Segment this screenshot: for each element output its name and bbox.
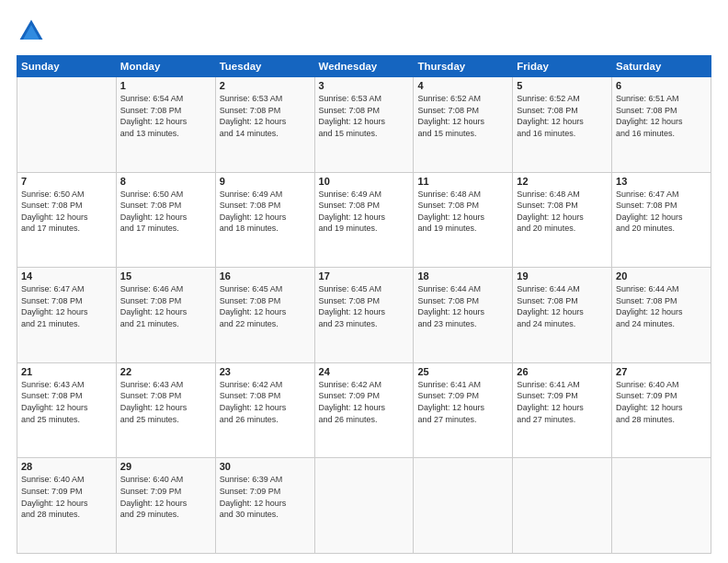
weekday-thursday: Thursday (414, 56, 513, 77)
week-row-0: 1Sunrise: 6:54 AM Sunset: 7:08 PM Daylig… (17, 77, 711, 173)
day-cell: 5Sunrise: 6:52 AM Sunset: 7:08 PM Daylig… (513, 77, 612, 173)
day-info: Sunrise: 6:41 AM Sunset: 7:09 PM Dayligh… (517, 380, 584, 424)
day-cell: 10Sunrise: 6:49 AM Sunset: 7:08 PM Dayli… (314, 172, 414, 268)
day-cell (612, 458, 711, 554)
day-cell: 15Sunrise: 6:46 AM Sunset: 7:08 PM Dayli… (116, 268, 215, 363)
day-info: Sunrise: 6:48 AM Sunset: 7:08 PM Dayligh… (517, 190, 584, 234)
week-row-3: 21Sunrise: 6:43 AM Sunset: 7:08 PM Dayli… (17, 362, 711, 458)
header (17, 17, 711, 46)
day-cell: 13Sunrise: 6:47 AM Sunset: 7:08 PM Dayli… (612, 172, 711, 268)
day-info: Sunrise: 6:43 AM Sunset: 7:08 PM Dayligh… (120, 380, 188, 424)
day-number: 12 (517, 176, 608, 187)
day-info: Sunrise: 6:41 AM Sunset: 7:09 PM Dayligh… (417, 380, 484, 424)
day-cell: 23Sunrise: 6:42 AM Sunset: 7:08 PM Dayli… (215, 362, 314, 458)
day-number: 7 (21, 176, 112, 187)
day-cell: 19Sunrise: 6:44 AM Sunset: 7:08 PM Dayli… (513, 268, 612, 363)
weekday-saturday: Saturday (612, 56, 711, 77)
day-info: Sunrise: 6:40 AM Sunset: 7:09 PM Dayligh… (616, 380, 683, 424)
day-cell: 20Sunrise: 6:44 AM Sunset: 7:08 PM Dayli… (612, 268, 711, 363)
day-info: Sunrise: 6:48 AM Sunset: 7:08 PM Dayligh… (417, 190, 484, 234)
day-info: Sunrise: 6:47 AM Sunset: 7:08 PM Dayligh… (21, 284, 88, 328)
day-cell: 18Sunrise: 6:44 AM Sunset: 7:08 PM Dayli… (414, 268, 513, 363)
day-info: Sunrise: 6:54 AM Sunset: 7:08 PM Dayligh… (120, 94, 188, 138)
day-number: 1 (120, 80, 211, 91)
calendar-table: SundayMondayTuesdayWednesdayThursdayFrid… (17, 55, 711, 554)
day-cell: 6Sunrise: 6:51 AM Sunset: 7:08 PM Daylig… (612, 77, 711, 173)
day-info: Sunrise: 6:39 AM Sunset: 7:09 PM Dayligh… (220, 475, 287, 519)
day-cell: 7Sunrise: 6:50 AM Sunset: 7:08 PM Daylig… (17, 172, 117, 268)
day-cell (314, 458, 414, 554)
day-number: 3 (319, 80, 410, 91)
day-number: 22 (120, 366, 211, 377)
day-number: 17 (319, 270, 410, 282)
day-cell: 30Sunrise: 6:39 AM Sunset: 7:09 PM Dayli… (215, 458, 314, 554)
day-cell: 29Sunrise: 6:40 AM Sunset: 7:09 PM Dayli… (116, 458, 215, 554)
week-row-1: 7Sunrise: 6:50 AM Sunset: 7:08 PM Daylig… (17, 172, 711, 268)
day-cell: 9Sunrise: 6:49 AM Sunset: 7:08 PM Daylig… (215, 172, 314, 268)
day-number: 2 (220, 80, 311, 91)
week-row-2: 14Sunrise: 6:47 AM Sunset: 7:08 PM Dayli… (17, 268, 711, 363)
day-number: 9 (220, 176, 311, 187)
day-cell: 3Sunrise: 6:53 AM Sunset: 7:08 PM Daylig… (314, 77, 414, 173)
day-cell: 14Sunrise: 6:47 AM Sunset: 7:08 PM Dayli… (17, 268, 117, 363)
day-number: 5 (517, 80, 608, 91)
day-info: Sunrise: 6:40 AM Sunset: 7:09 PM Dayligh… (120, 475, 188, 519)
day-info: Sunrise: 6:42 AM Sunset: 7:08 PM Dayligh… (220, 380, 287, 424)
day-number: 10 (319, 176, 410, 187)
day-cell (513, 458, 612, 554)
day-cell: 17Sunrise: 6:45 AM Sunset: 7:08 PM Dayli… (314, 268, 414, 363)
weekday-wednesday: Wednesday (314, 56, 414, 77)
weekday-friday: Friday (513, 56, 612, 77)
logo (17, 17, 50, 46)
day-cell: 8Sunrise: 6:50 AM Sunset: 7:08 PM Daylig… (116, 172, 215, 268)
day-info: Sunrise: 6:49 AM Sunset: 7:08 PM Dayligh… (319, 190, 386, 234)
day-info: Sunrise: 6:51 AM Sunset: 7:08 PM Dayligh… (616, 94, 683, 138)
weekday-monday: Monday (116, 56, 215, 77)
day-cell: 26Sunrise: 6:41 AM Sunset: 7:09 PM Dayli… (513, 362, 612, 458)
day-number: 24 (319, 366, 410, 377)
day-number: 14 (21, 270, 112, 282)
weekday-sunday: Sunday (17, 56, 117, 77)
day-number: 25 (417, 366, 508, 377)
week-row-4: 28Sunrise: 6:40 AM Sunset: 7:09 PM Dayli… (17, 458, 711, 554)
day-cell: 11Sunrise: 6:48 AM Sunset: 7:08 PM Dayli… (414, 172, 513, 268)
day-info: Sunrise: 6:44 AM Sunset: 7:08 PM Dayligh… (517, 284, 584, 328)
day-number: 6 (616, 80, 707, 91)
day-cell: 21Sunrise: 6:43 AM Sunset: 7:08 PM Dayli… (17, 362, 117, 458)
day-info: Sunrise: 6:45 AM Sunset: 7:08 PM Dayligh… (220, 284, 287, 328)
day-info: Sunrise: 6:53 AM Sunset: 7:08 PM Dayligh… (319, 94, 386, 138)
day-info: Sunrise: 6:52 AM Sunset: 7:08 PM Dayligh… (417, 94, 484, 138)
weekday-tuesday: Tuesday (215, 56, 314, 77)
day-info: Sunrise: 6:45 AM Sunset: 7:08 PM Dayligh… (319, 284, 386, 328)
day-info: Sunrise: 6:47 AM Sunset: 7:08 PM Dayligh… (616, 190, 683, 234)
day-number: 28 (21, 461, 112, 472)
day-number: 26 (517, 366, 608, 377)
day-number: 18 (417, 270, 508, 282)
day-info: Sunrise: 6:42 AM Sunset: 7:09 PM Dayligh… (319, 380, 386, 424)
day-number: 21 (21, 366, 112, 377)
day-number: 4 (417, 80, 508, 91)
day-info: Sunrise: 6:50 AM Sunset: 7:08 PM Dayligh… (21, 190, 88, 234)
day-number: 11 (417, 176, 508, 187)
page: SundayMondayTuesdayWednesdayThursdayFrid… (0, 0, 728, 563)
weekday-header-row: SundayMondayTuesdayWednesdayThursdayFrid… (17, 56, 711, 77)
logo-icon (17, 17, 46, 46)
day-cell: 1Sunrise: 6:54 AM Sunset: 7:08 PM Daylig… (116, 77, 215, 173)
day-info: Sunrise: 6:46 AM Sunset: 7:08 PM Dayligh… (120, 284, 188, 328)
day-info: Sunrise: 6:53 AM Sunset: 7:08 PM Dayligh… (220, 94, 287, 138)
day-number: 8 (120, 176, 211, 187)
day-number: 16 (220, 270, 311, 282)
day-info: Sunrise: 6:40 AM Sunset: 7:09 PM Dayligh… (21, 475, 88, 519)
day-cell: 27Sunrise: 6:40 AM Sunset: 7:09 PM Dayli… (612, 362, 711, 458)
day-cell: 24Sunrise: 6:42 AM Sunset: 7:09 PM Dayli… (314, 362, 414, 458)
day-number: 13 (616, 176, 707, 187)
day-number: 20 (616, 270, 707, 282)
day-cell (414, 458, 513, 554)
day-number: 23 (220, 366, 311, 377)
day-cell: 4Sunrise: 6:52 AM Sunset: 7:08 PM Daylig… (414, 77, 513, 173)
day-cell (17, 77, 117, 173)
day-info: Sunrise: 6:49 AM Sunset: 7:08 PM Dayligh… (220, 190, 287, 234)
day-cell: 12Sunrise: 6:48 AM Sunset: 7:08 PM Dayli… (513, 172, 612, 268)
day-cell: 28Sunrise: 6:40 AM Sunset: 7:09 PM Dayli… (17, 458, 117, 554)
day-number: 19 (517, 270, 608, 282)
